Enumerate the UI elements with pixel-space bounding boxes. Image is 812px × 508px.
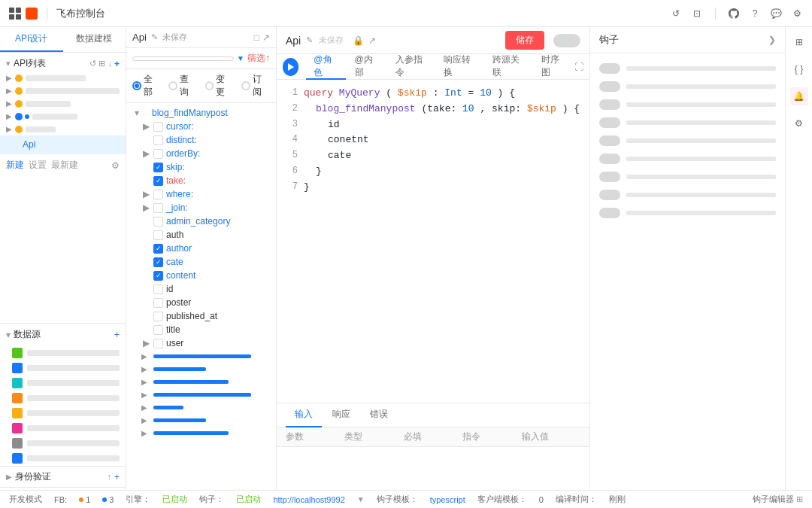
share-icon[interactable]: ↗	[262, 32, 270, 43]
hook-toggle[interactable]	[599, 99, 620, 110]
tab-role[interactable]: @角色	[306, 54, 345, 80]
bottom-tab-response[interactable]: 响应	[323, 403, 359, 427]
auth-checkbox[interactable]	[153, 230, 163, 240]
author-checkbox[interactable]	[153, 244, 163, 254]
distinct-checkbox[interactable]	[153, 135, 163, 145]
field-cursor[interactable]: ▶ cursor:	[126, 120, 276, 133]
api-refresh-icon[interactable]: ↺	[89, 59, 96, 69]
api-layout-icon[interactable]: ⊞	[98, 59, 105, 69]
api-tree-item-4[interactable]: ▶	[0, 110, 126, 123]
admin-checkbox[interactable]	[153, 217, 163, 227]
chat-icon[interactable]: 💬	[770, 8, 782, 20]
share-icon[interactable]: ↗	[368, 35, 376, 46]
ds-item-3[interactable]	[0, 376, 126, 391]
hook-toggle[interactable]	[599, 63, 620, 74]
field-author[interactable]: ▶ author	[126, 242, 276, 255]
tab-input-directive[interactable]: 入参指令	[388, 54, 435, 80]
hook-toggle[interactable]	[599, 81, 620, 92]
field-auth[interactable]: ▶ auth	[126, 228, 276, 242]
hook-toggle[interactable]	[599, 135, 620, 146]
cursor-checkbox[interactable]	[153, 122, 163, 132]
tab-sequence[interactable]: 时序图	[534, 54, 573, 80]
cursor-expand[interactable]: ▶	[141, 122, 150, 131]
cate-checkbox[interactable]	[153, 257, 163, 267]
hook-toggle[interactable]	[599, 172, 620, 182]
field-id[interactable]: ▶ id	[126, 282, 276, 296]
field-poster[interactable]: ▶ poster	[126, 296, 276, 309]
save-button[interactable]: 储存	[505, 31, 544, 50]
auth-header[interactable]: ▶ 身份验证 ↑ +	[0, 467, 126, 487]
bottom-tab-input[interactable]: 输入	[286, 403, 322, 427]
field-cate[interactable]: ▶ cate	[126, 255, 276, 269]
published-checkbox[interactable]	[153, 312, 163, 321]
pencil-icon[interactable]: ✎	[151, 32, 158, 42]
hook-toggle[interactable]	[599, 117, 620, 128]
filter-select[interactable]	[132, 56, 234, 61]
api-active-label[interactable]: Api	[17, 138, 41, 151]
user-checkbox[interactable]	[153, 339, 163, 348]
hook-toggle[interactable]	[599, 154, 620, 164]
tab-api-design[interactable]: API设计	[0, 27, 63, 52]
ds-item-4[interactable]	[0, 391, 126, 406]
auth-add-icon[interactable]: +	[114, 472, 120, 482]
ds-item-2[interactable]	[0, 360, 126, 376]
auth-upload-icon[interactable]: ↑	[107, 472, 111, 482]
ds-item-8[interactable]	[0, 451, 126, 466]
field-join[interactable]: ▶ _join:	[126, 201, 276, 214]
field-where[interactable]: ▶ where:	[126, 187, 276, 201]
join-expand[interactable]: ▶	[141, 203, 150, 212]
hook-toggle[interactable]	[599, 208, 620, 218]
content-checkbox[interactable]	[153, 271, 163, 281]
field-user[interactable]: ▶ user	[126, 336, 276, 350]
orderby-checkbox[interactable]	[153, 149, 163, 159]
radio-all[interactable]: 全部	[132, 73, 161, 99]
panel-bell-icon[interactable]: 🔔	[790, 87, 808, 105]
code-editor[interactable]: 1 query MyQuery ( $skip : Int = 10 ) { 2…	[277, 80, 589, 403]
new-link[interactable]: 新建	[6, 159, 24, 172]
title-checkbox[interactable]	[153, 325, 163, 335]
ds-item-5[interactable]	[0, 406, 126, 421]
help-icon[interactable]: ?	[749, 8, 761, 20]
github-icon[interactable]	[728, 8, 740, 20]
radio-query[interactable]: 查询	[168, 73, 197, 99]
tab-internal[interactable]: @内部	[347, 54, 386, 80]
radio-mutation[interactable]: 变更	[205, 73, 234, 99]
expand-icon[interactable]: ⛶	[574, 62, 583, 72]
id-checkbox[interactable]	[153, 284, 163, 294]
field-root[interactable]: ▾ blog_findManypost	[126, 106, 276, 120]
tab-response-transform[interactable]: 响应转换	[436, 54, 483, 80]
settings-icon[interactable]: ⚙	[791, 8, 803, 20]
where-checkbox[interactable]	[153, 190, 163, 199]
gear-icon[interactable]: ⚙	[111, 160, 120, 171]
orderby-expand[interactable]: ▶	[141, 149, 150, 158]
field-published-at[interactable]: ▶ published_at	[126, 309, 276, 323]
tab-data-modeling[interactable]: 数据建模	[63, 27, 126, 52]
hooks-chevron-icon[interactable]: ❯	[768, 35, 776, 45]
panel-code-icon[interactable]: { }	[790, 60, 808, 78]
refresh-icon[interactable]: ↺	[670, 8, 682, 20]
api-tree-item-2[interactable]: ▶	[0, 84, 126, 97]
api-tree-item-5[interactable]: ▶	[0, 123, 126, 135]
toggle-switch[interactable]	[553, 34, 580, 47]
datasource-header[interactable]: ▾ 数据源 +	[0, 324, 126, 345]
radio-subscription[interactable]: 订阅	[241, 73, 270, 99]
hook-url[interactable]: http://localhost9992	[273, 495, 344, 504]
copy-icon[interactable]: □	[254, 32, 259, 43]
where-expand[interactable]: ▶	[141, 190, 150, 199]
api-download-icon[interactable]: ↓	[108, 59, 112, 69]
field-take[interactable]: ▶ take:	[126, 174, 276, 187]
field-admin[interactable]: ▶ admin_category	[126, 214, 276, 228]
user-expand[interactable]: ▶	[141, 339, 150, 348]
api-tree-item-1[interactable]: ▶	[0, 71, 126, 84]
field-orderby[interactable]: ▶ orderBy:	[126, 147, 276, 160]
field-content[interactable]: ▶ content	[126, 269, 276, 282]
tab-cross-source[interactable]: 跨源关联	[485, 54, 532, 80]
run-button[interactable]	[283, 58, 298, 76]
field-distinct[interactable]: ▶ distinct:	[126, 133, 276, 147]
hook-editor-link[interactable]: 钩子编辑器 ⊞	[753, 494, 803, 505]
panel-gear-icon[interactable]: ⚙	[790, 114, 808, 132]
ds-item-1[interactable]	[0, 345, 126, 360]
take-checkbox[interactable]	[153, 176, 163, 186]
ds-item-6[interactable]	[0, 421, 126, 436]
expand-icon[interactable]: ▾	[132, 108, 141, 117]
